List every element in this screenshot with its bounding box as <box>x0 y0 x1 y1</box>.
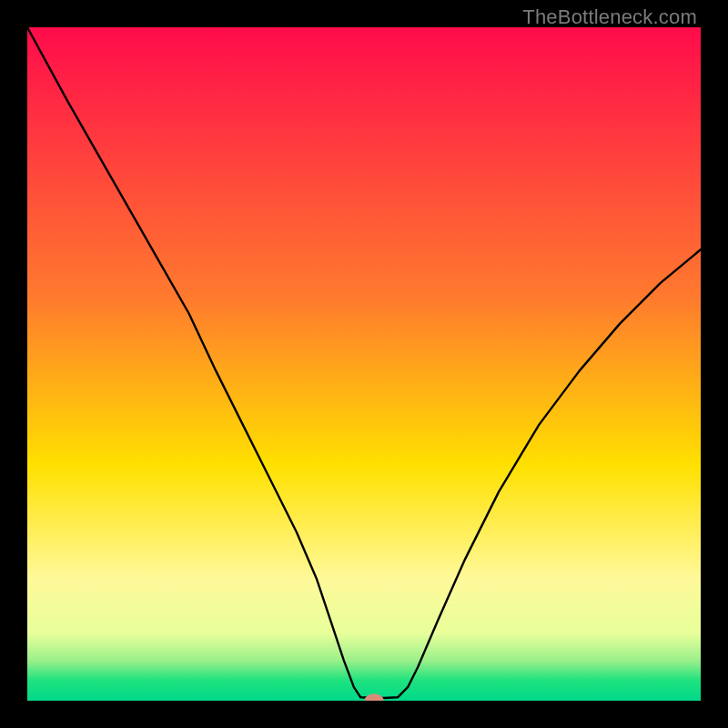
bottleneck-chart <box>27 27 701 701</box>
gradient-background <box>27 27 701 701</box>
watermark-text: TheBottleneck.com <box>522 5 697 29</box>
chart-stage: TheBottleneck.com <box>0 0 728 728</box>
plot-area <box>27 27 701 701</box>
